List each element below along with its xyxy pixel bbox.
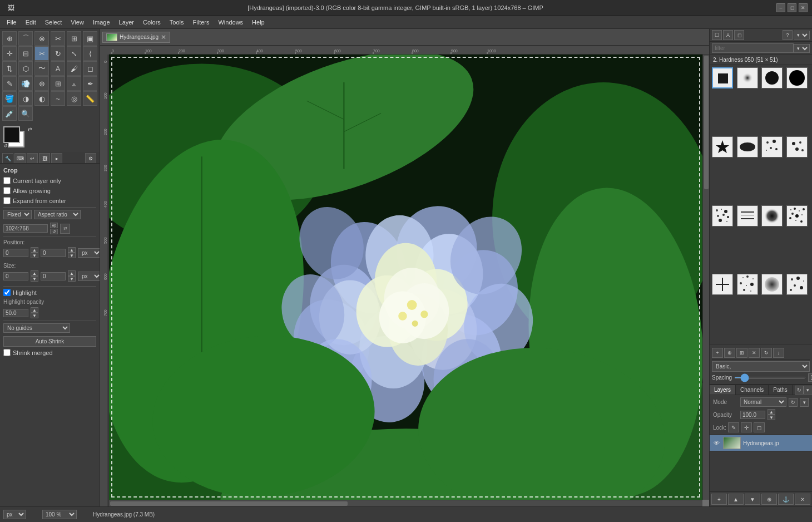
menu-select[interactable]: Select (41, 18, 67, 27)
new-layer-btn[interactable]: + (711, 494, 727, 505)
brush-paste-icon[interactable]: ⊞ (736, 348, 747, 358)
unit-select[interactable]: px mm cm in (3, 510, 26, 519)
brush-item-scatter2[interactable] (786, 136, 808, 157)
tool-colorpicker[interactable]: 💉 (2, 106, 17, 121)
image-tab-hydrangeas[interactable]: Hydrangeas.jpg ✕ (102, 32, 170, 43)
size-w-up[interactable]: ▲ (31, 270, 38, 276)
expand-from-center-checkbox[interactable] (3, 197, 11, 204)
tab-settings[interactable]: ⚙ (85, 153, 96, 163)
brush-new-icon[interactable]: + (712, 348, 723, 358)
tab-channels[interactable]: Channels (736, 385, 769, 395)
expand-from-center-label[interactable]: Expand from center (13, 198, 66, 204)
tab-tool-options[interactable]: 🔧 (2, 153, 13, 163)
tab-expand[interactable]: ▸ (51, 153, 62, 163)
brush-item-texture1[interactable] (712, 205, 733, 226)
tool-measure[interactable]: 📏 (83, 91, 97, 106)
tool-move[interactable]: ✛ (2, 46, 17, 61)
foreground-color-swatch[interactable] (3, 126, 20, 143)
tool-eraser[interactable]: ◻ (83, 61, 97, 76)
shrink-merged-label[interactable]: Shrink merged (13, 349, 53, 356)
reset-colors-icon[interactable]: ↺ (3, 143, 8, 149)
brushes-icon3[interactable]: ◻ (734, 30, 744, 40)
tab-device-status[interactable]: ⌨ (14, 153, 26, 163)
brush-item-star[interactable] (712, 136, 733, 157)
opacity-down[interactable]: ▼ (768, 415, 775, 420)
reset-dimensions-btn[interactable]: ↺ (50, 229, 58, 234)
vscroll-thumb[interactable] (704, 56, 709, 189)
brush-item-cross[interactable] (712, 274, 733, 295)
minimize-button[interactable]: – (776, 3, 785, 12)
tool-shear[interactable]: ⟨ (83, 46, 97, 61)
fixed-dropdown[interactable]: Fixed Free (3, 210, 32, 219)
highlight-opacity-up[interactable]: ▲ (31, 307, 38, 313)
mode-chain-btn[interactable]: ↻ (789, 398, 798, 407)
guides-dropdown[interactable]: No guides Rule of thirds Center lines Di… (3, 323, 70, 333)
size-unit-select[interactable]: px%mm (78, 272, 100, 281)
opacity-input[interactable] (740, 411, 765, 419)
opacity-up[interactable]: ▲ (768, 409, 775, 415)
position-x-up[interactable]: ▲ (31, 247, 38, 253)
position-y-input[interactable] (41, 249, 66, 257)
tool-scale[interactable]: ⤡ (67, 46, 81, 61)
tool-zoom[interactable]: 🔍 (18, 106, 33, 121)
tool-blend[interactable]: ◑ (18, 91, 33, 106)
layers-chain-btn[interactable]: ↻ (795, 386, 804, 395)
menu-filters[interactable]: Filters (189, 18, 214, 27)
tool-warp[interactable]: 〜 (34, 61, 49, 76)
tool-scissors[interactable]: ✂ (51, 31, 65, 46)
mode-select[interactable]: Normal Multiply Screen Overlay (740, 397, 786, 407)
brush-item-soft-sm[interactable] (737, 67, 758, 88)
brush-save-icon[interactable]: ↓ (773, 348, 784, 358)
menu-edit[interactable]: Edit (21, 18, 41, 27)
tool-flip[interactable]: ⇅ (2, 61, 17, 76)
layer-visibility-toggle[interactable]: 👁 (712, 439, 721, 447)
brush-item-oval[interactable] (737, 136, 758, 157)
shrink-merged-checkbox[interactable] (3, 349, 11, 356)
tool-placeholder1[interactable]: ▣ (83, 31, 97, 46)
position-x-down[interactable]: ▼ (31, 253, 38, 258)
tool-dodgeburn[interactable]: ◐ (34, 91, 49, 106)
tool-clone[interactable]: ⊕ (34, 76, 49, 91)
dimensions-input[interactable] (3, 224, 48, 233)
brush-item-texture2[interactable] (737, 205, 758, 226)
close-button[interactable]: ✕ (799, 3, 808, 12)
tab-images[interactable]: 🖼 (39, 153, 50, 163)
zoom-select[interactable]: 100 % 50 % 200 % Fit Page (42, 510, 77, 519)
lower-layer-btn[interactable]: ▼ (745, 494, 760, 505)
right-panel-dropdown[interactable]: ▾ (794, 31, 810, 40)
brush-item-scatter5[interactable] (786, 274, 808, 295)
brushes-new-btn[interactable]: ☐ (712, 30, 722, 40)
delete-layer-btn[interactable]: ✕ (795, 494, 810, 505)
current-layer-only-label[interactable]: Current layer only (13, 178, 61, 184)
tool-pencil[interactable]: ✎ (2, 76, 17, 91)
menu-image[interactable]: Image (88, 18, 115, 27)
brush-refresh-icon[interactable]: ↻ (761, 348, 772, 358)
chain-icon[interactable]: ⛓ (50, 223, 58, 228)
lock-pixels-btn[interactable]: ✎ (728, 422, 739, 432)
tool-align[interactable]: ⊟ (18, 46, 33, 61)
mode-expand-btn[interactable]: ▾ (800, 398, 809, 407)
size-h-down[interactable]: ▼ (68, 276, 76, 282)
highlight-opacity-input[interactable] (3, 309, 28, 317)
size-w-down[interactable]: ▼ (31, 276, 38, 282)
hscroll-thumb[interactable] (110, 501, 348, 506)
current-layer-only-checkbox[interactable] (3, 177, 11, 184)
tool-paintbrush[interactable]: 🖌 (67, 61, 81, 76)
position-unit-select[interactable]: px%mm (78, 248, 100, 258)
tab-layers[interactable]: Layers (710, 385, 736, 395)
allow-growing-label[interactable]: Allow growing (13, 188, 51, 194)
spacing-slider[interactable] (734, 377, 806, 378)
highlight-opacity-down[interactable]: ▼ (31, 313, 38, 318)
brush-delete-icon[interactable]: ✕ (749, 348, 760, 358)
tab-undo-history[interactable]: ↩ (27, 153, 38, 163)
filter-input[interactable] (712, 43, 794, 53)
menu-layer[interactable]: Layer (115, 18, 139, 27)
tool-text[interactable]: A (51, 61, 65, 76)
menu-file[interactable]: File (2, 18, 21, 27)
position-y-up[interactable]: ▲ (68, 247, 76, 253)
vertical-scrollbar[interactable] (702, 55, 709, 500)
tool-heal[interactable]: ⊞ (51, 76, 65, 91)
highlight-checkbox[interactable] (3, 289, 11, 296)
brush-item-hardness-solid[interactable] (712, 67, 733, 88)
tool-airbrush[interactable]: 💨 (18, 76, 33, 91)
